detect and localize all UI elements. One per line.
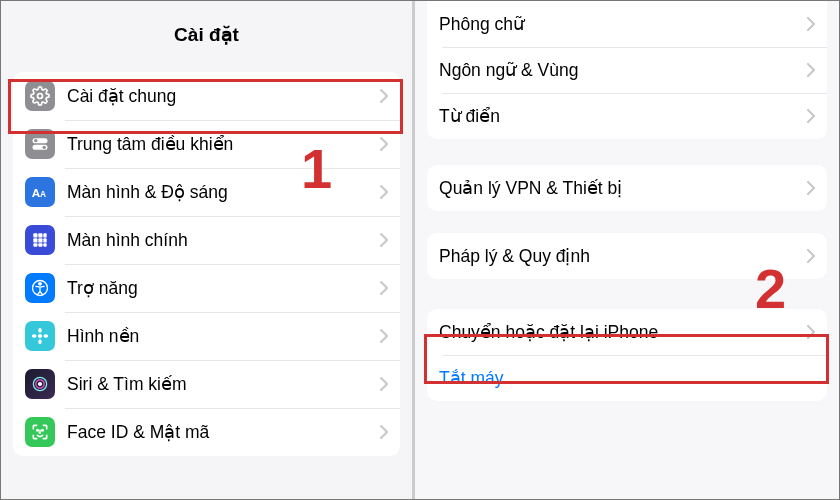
row-label: Hình nền bbox=[67, 326, 374, 347]
row-label: Ngôn ngữ & Vùng bbox=[439, 60, 801, 81]
settings-panel-left: Cài đặt Cài đặt chung Trung tâm điều khi… bbox=[1, 1, 415, 499]
row-shutdown[interactable]: Tắt máy bbox=[427, 355, 827, 401]
svg-rect-9 bbox=[43, 233, 46, 237]
chevron-right-icon bbox=[380, 329, 388, 343]
face-id-icon bbox=[25, 417, 55, 447]
row-faceid[interactable]: Face ID & Mật mã bbox=[13, 408, 400, 456]
row-language-region[interactable]: Ngôn ngữ & Vùng bbox=[427, 47, 827, 93]
callout-step-2: 2 bbox=[755, 256, 786, 321]
chevron-right-icon bbox=[380, 233, 388, 247]
row-siri[interactable]: Siri & Tìm kiếm bbox=[13, 360, 400, 408]
row-general[interactable]: Cài đặt chung bbox=[13, 72, 400, 120]
settings-group: Chuyển hoặc đặt lại iPhone Tắt máy bbox=[427, 309, 827, 401]
row-home-screen[interactable]: Màn hình chính bbox=[13, 216, 400, 264]
svg-point-20 bbox=[38, 339, 41, 344]
chevron-right-icon bbox=[807, 181, 815, 195]
screenshot-container: Cài đặt Cài đặt chung Trung tâm điều khi… bbox=[0, 0, 840, 500]
svg-point-25 bbox=[38, 382, 42, 386]
svg-point-2 bbox=[34, 139, 37, 142]
settings-group: Quản lý VPN & Thiết bị bbox=[427, 165, 827, 211]
gear-icon bbox=[25, 81, 55, 111]
chevron-right-icon bbox=[380, 425, 388, 439]
accessibility-icon bbox=[25, 273, 55, 303]
svg-rect-10 bbox=[33, 238, 37, 242]
svg-point-4 bbox=[43, 146, 46, 149]
svg-point-18 bbox=[38, 334, 42, 338]
row-label: Chuyển hoặc đặt lại iPhone bbox=[439, 322, 801, 343]
svg-rect-12 bbox=[43, 238, 46, 242]
row-accessibility[interactable]: Trợ năng bbox=[13, 264, 400, 312]
svg-rect-15 bbox=[43, 243, 46, 246]
svg-rect-8 bbox=[38, 233, 42, 237]
svg-point-27 bbox=[42, 430, 43, 431]
flower-icon bbox=[25, 321, 55, 351]
settings-group: Cài đặt chung Trung tâm điều khiển AA Mà… bbox=[13, 72, 400, 456]
row-display[interactable]: AA Màn hình & Độ sáng bbox=[13, 168, 400, 216]
svg-rect-13 bbox=[33, 243, 37, 246]
chevron-right-icon bbox=[380, 281, 388, 295]
chevron-right-icon bbox=[380, 377, 388, 391]
chevron-right-icon bbox=[380, 89, 388, 103]
svg-point-19 bbox=[38, 328, 41, 333]
row-vpn-device[interactable]: Quản lý VPN & Thiết bị bbox=[427, 165, 827, 211]
chevron-right-icon bbox=[807, 109, 815, 123]
page-title: Cài đặt bbox=[1, 1, 412, 72]
row-label: Phông chữ bbox=[439, 14, 801, 35]
chevron-right-icon bbox=[380, 137, 388, 151]
svg-text:A: A bbox=[40, 189, 46, 199]
row-label: Trợ năng bbox=[67, 278, 374, 299]
row-label: Cài đặt chung bbox=[67, 86, 374, 107]
switch-icon bbox=[25, 129, 55, 159]
svg-point-26 bbox=[37, 430, 38, 431]
svg-rect-14 bbox=[38, 243, 42, 246]
row-label: Màn hình chính bbox=[67, 230, 374, 251]
svg-rect-11 bbox=[38, 238, 42, 242]
chevron-right-icon bbox=[807, 17, 815, 31]
row-label: Face ID & Mật mã bbox=[67, 422, 374, 443]
row-dictionary[interactable]: Từ điển bbox=[427, 93, 827, 139]
settings-group: Phông chữ Ngôn ngữ & Vùng Từ điển bbox=[427, 1, 827, 139]
row-fonts[interactable]: Phông chữ bbox=[427, 1, 827, 47]
callout-step-1: 1 bbox=[301, 136, 332, 201]
chevron-right-icon bbox=[380, 185, 388, 199]
svg-point-21 bbox=[32, 334, 37, 337]
siri-icon bbox=[25, 369, 55, 399]
row-label: Pháp lý & Quy định bbox=[439, 246, 801, 267]
svg-point-0 bbox=[38, 94, 43, 99]
row-label: Quản lý VPN & Thiết bị bbox=[439, 178, 801, 199]
grid-icon bbox=[25, 225, 55, 255]
row-control-center[interactable]: Trung tâm điều khiển bbox=[13, 120, 400, 168]
chevron-right-icon bbox=[807, 63, 815, 77]
row-label: Tắt máy bbox=[439, 368, 815, 389]
svg-rect-7 bbox=[33, 233, 37, 237]
row-label: Siri & Tìm kiếm bbox=[67, 374, 374, 395]
settings-panel-right: Phông chữ Ngôn ngữ & Vùng Từ điển Quản l… bbox=[415, 1, 839, 499]
chevron-right-icon bbox=[807, 249, 815, 263]
row-label: Từ điển bbox=[439, 106, 801, 127]
svg-point-22 bbox=[43, 334, 48, 337]
chevron-right-icon bbox=[807, 325, 815, 339]
row-wallpaper[interactable]: Hình nền bbox=[13, 312, 400, 360]
svg-point-17 bbox=[39, 283, 42, 286]
text-size-icon: AA bbox=[25, 177, 55, 207]
